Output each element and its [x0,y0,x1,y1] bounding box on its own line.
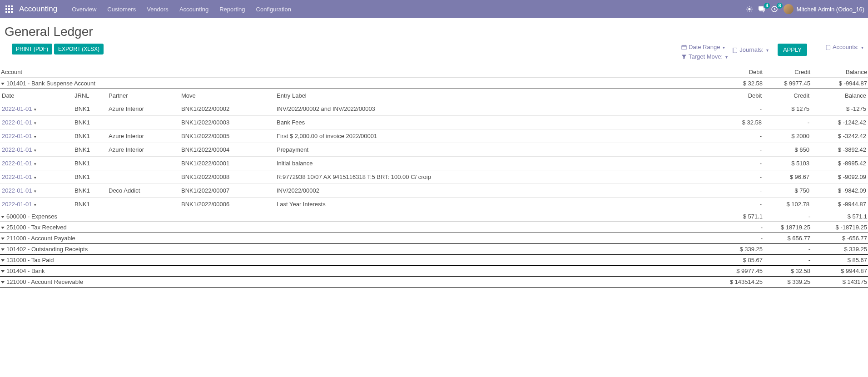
nav-item-reporting[interactable]: Reporting [214,6,250,13]
account-name: 251000 - Tax Received [6,224,67,231]
entry-partner [107,198,179,211]
account-balance: $ -656.77 [811,233,868,244]
account-debit: - [682,222,764,233]
nav-item-vendors[interactable]: Vendors [141,6,174,13]
entry-label: Prepayment [275,143,682,157]
entry-date-link[interactable]: 2022-01-01 [2,146,36,153]
apps-icon[interactable] [4,4,15,15]
account-row[interactable]: 101404 - Bank $ 9977.45 $ 32.58 $ 9944.8… [0,266,868,277]
entry-debit: - [682,129,764,143]
entry-debit: $ 32.58 [682,116,764,129]
entry-date-link[interactable]: 2022-01-01 [2,119,36,126]
entry-jrnl: BNK1 [73,129,107,143]
account-credit: $ 9977.45 [764,78,811,89]
account-debit: $ 339.25 [682,244,764,255]
account-debit: $ 143514.25 [682,277,764,288]
expand-icon[interactable] [1,259,5,262]
entry-balance: $ -1242.42 [811,116,868,129]
entry-credit: $ 650 [764,143,811,157]
print-pdf-button[interactable]: PRINT (PDF) [12,44,52,55]
controls-row: PRINT (PDF) EXPORT (XLSX) Date Range Tar… [0,44,868,66]
account-debit: $ 571.1 [682,211,764,222]
filter-target-move[interactable]: Target Move: [681,53,728,60]
filter-date-range[interactable]: Date Range [681,44,725,50]
col-debit: Debit [682,66,764,78]
expand-icon[interactable] [1,248,5,251]
expand-icon[interactable] [1,83,5,85]
account-name: 101404 - Bank [6,268,45,274]
export-xlsx-button[interactable]: EXPORT (XLSX) [54,44,104,55]
col-account: Account [0,66,682,78]
entry-move: BNK1/2022/00007 [179,184,275,198]
entry-jrnl: BNK1 [73,157,107,170]
expand-icon[interactable] [1,216,5,218]
account-balance: $ 143175 [811,277,868,288]
col-balance: Balance [811,89,868,103]
nav-item-customers[interactable]: Customers [102,6,141,13]
entry-jrnl: BNK1 [73,198,107,211]
entry-label: Last Year Interests [275,198,682,211]
avatar [784,4,794,14]
chat-icon[interactable]: 4 [758,5,765,13]
entry-date-link[interactable]: 2022-01-01 [2,201,36,208]
entry-balance: $ -8995.42 [811,157,868,170]
entry-credit: $ 750 [764,184,811,198]
entry-row: 2022-01-01 BNK1 Azure Interior BNK1/2022… [0,102,868,116]
debug-icon[interactable] [746,6,753,12]
account-row[interactable]: 101401 - Bank Suspense Account $ 32.58 $… [0,78,868,89]
entry-label: First $ 2,000.00 of invoice 2022/00001 [275,129,682,143]
entry-row: 2022-01-01 BNK1 Azure Interior BNK1/2022… [0,143,868,157]
account-balance: $ 85.67 [811,255,868,266]
entry-jrnl: BNK1 [73,184,107,198]
entry-move: BNK1/2022/00004 [179,143,275,157]
entry-date-link[interactable]: 2022-01-01 [2,160,36,167]
filter-accounts[interactable]: Accounts: [825,44,863,50]
entry-date-link[interactable]: 2022-01-01 [2,105,36,112]
account-row[interactable]: 251000 - Tax Received - $ 18719.25 $ -18… [0,222,868,233]
account-name: 101401 - Bank Suspense Account [6,80,95,87]
entry-credit: - [764,116,811,129]
entry-move: BNK1/2022/00008 [179,170,275,184]
account-row[interactable]: 600000 - Expenses $ 571.1 - $ 571.1 [0,211,868,222]
page-title: General Ledger [0,18,868,44]
account-debit: $ 32.58 [682,78,764,89]
col-credit: Credit [764,66,811,78]
expand-icon[interactable] [1,270,5,273]
entry-date-link[interactable]: 2022-01-01 [2,174,36,180]
account-name: 131000 - Tax Paid [6,257,54,263]
entry-label: R:9772938 10/07 AX 9415116318 T:5 BRT: 1… [275,170,682,184]
entry-move: BNK1/2022/00006 [179,198,275,211]
account-row[interactable]: 211000 - Account Payable - $ 656.77 $ -6… [0,233,868,244]
account-debit: $ 85.67 [682,255,764,266]
account-row[interactable]: 131000 - Tax Paid $ 85.67 - $ 85.67 [0,255,868,266]
account-balance: $ 9944.87 [811,266,868,277]
entry-balance: $ -9944.87 [811,198,868,211]
account-credit: $ 18719.25 [764,222,811,233]
entry-credit: $ 5103 [764,157,811,170]
clock-icon[interactable]: 8 [771,5,778,13]
nav-item-overview[interactable]: Overview [66,6,102,13]
entry-date-link[interactable]: 2022-01-01 [2,133,36,139]
filter-journals[interactable]: Journals: [732,46,769,53]
expand-icon[interactable] [1,227,5,229]
entry-row: 2022-01-01 BNK1 BNK1/2022/00006 Last Yea… [0,198,868,211]
export-buttons: PRINT (PDF) EXPORT (XLSX) [12,44,104,55]
nav-item-accounting[interactable]: Accounting [174,6,214,13]
col-credit: Credit [764,89,811,103]
user-menu[interactable]: Mitchell Admin (Odoo_16) [784,4,864,14]
apply-button[interactable]: APPLY [778,44,807,56]
entry-jrnl: BNK1 [73,143,107,157]
entry-date-link[interactable]: 2022-01-01 [2,187,36,194]
expand-icon[interactable] [1,281,5,283]
svg-rect-3 [682,45,687,46]
expand-icon[interactable] [1,238,5,240]
account-debit: - [682,233,764,244]
nav-item-configuration[interactable]: Configuration [251,6,297,13]
entry-debit: - [682,184,764,198]
brand[interactable]: Accounting [19,5,57,14]
account-row[interactable]: 101402 - Outstanding Receipts $ 339.25 -… [0,244,868,255]
account-row[interactable]: 121000 - Account Receivable $ 143514.25 … [0,277,868,288]
account-balance: $ -9944.87 [811,78,868,89]
entry-partner [107,116,179,129]
svg-rect-4 [683,45,683,45]
